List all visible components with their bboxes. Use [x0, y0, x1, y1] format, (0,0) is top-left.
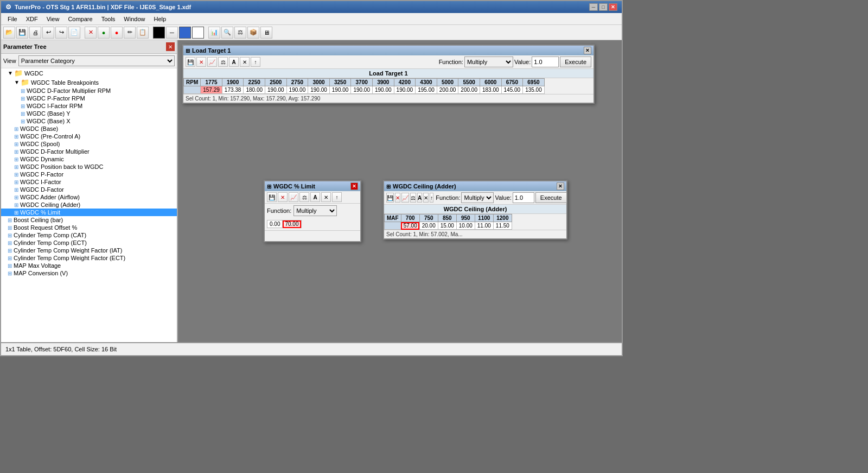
toolbar-redo[interactable]: ↪: [55, 27, 67, 39]
toolbar-clipboard[interactable]: 📋: [137, 27, 149, 39]
toolbar-package[interactable]: 📦: [247, 27, 259, 39]
toolbar-scale[interactable]: ⚖: [234, 27, 246, 39]
toolbar-edit[interactable]: ✏: [124, 27, 136, 39]
lt-font-btn[interactable]: A: [229, 57, 239, 67]
tree-item-i-factor-rpm[interactable]: ⊞ WGDC I-Factor RPM: [1, 102, 177, 110]
toolbar-black[interactable]: [153, 27, 165, 39]
tree-item-d-factor[interactable]: ⊞ WGDC D-Factor: [1, 186, 177, 193]
wgdc-c-arrows[interactable]: ↑: [430, 193, 433, 203]
tree-item-wgdc[interactable]: ▼ 📁 WGDC: [1, 68, 177, 78]
menu-xdf[interactable]: XDF: [22, 15, 42, 23]
cell-10[interactable]: 10.00: [456, 222, 475, 230]
tree-item-breakpoints[interactable]: ▼ 📁 WGDC Table Breakpoints: [1, 78, 177, 87]
tree-item-boost-request[interactable]: ⊞ Boost Request Offset %: [1, 224, 177, 231]
toolbar-go-red[interactable]: ●: [111, 27, 123, 39]
menu-help[interactable]: Help: [149, 15, 170, 23]
cell-190b[interactable]: 190.00: [286, 86, 308, 94]
toolbar-monitor[interactable]: 🖥: [260, 27, 272, 39]
cell-115[interactable]: 11.50: [493, 222, 512, 230]
lt-cancel-btn[interactable]: ✕: [196, 57, 206, 67]
wgdc-pct-arrows[interactable]: ↑: [332, 192, 342, 202]
tree-item-cyl-weight-iat[interactable]: ⊞ Cylinder Temp Comp Weight Factor (IAT): [1, 247, 177, 254]
wgdc-pct-scale[interactable]: ⚖: [299, 192, 309, 202]
wgdc-pct-func-select[interactable]: Multiply: [293, 205, 337, 216]
wgdc-pct-trend[interactable]: 📈: [289, 192, 298, 202]
toolbar-save[interactable]: 💾: [16, 27, 28, 39]
cell-200a[interactable]: 200.00: [437, 86, 458, 94]
tree-item-map-conv[interactable]: ⊞ MAP Conversion (V): [1, 269, 177, 277]
menu-tools[interactable]: Tools: [97, 15, 120, 23]
toolbar-print[interactable]: 🖨: [29, 27, 41, 39]
cell-20[interactable]: 20.00: [419, 222, 438, 230]
lt-x-btn[interactable]: ✕: [240, 57, 250, 67]
cell-0[interactable]: 0.00: [267, 220, 283, 228]
tree-item-adder-airflow[interactable]: ⊞ WGDC Adder (Airflow): [1, 193, 177, 201]
cell-183[interactable]: 183.00: [480, 86, 501, 94]
toolbar-search[interactable]: 🔍: [221, 27, 233, 39]
tree-item-boost-ceiling[interactable]: ⊞ Boost Ceiling (bar): [1, 216, 177, 224]
cell-190g[interactable]: 190.00: [394, 86, 416, 94]
cell-145[interactable]: 145.00: [501, 86, 523, 94]
wgdc-c-func-select[interactable]: Multiply: [461, 192, 494, 203]
toolbar-undo[interactable]: ↩: [42, 27, 54, 39]
menu-file[interactable]: File: [3, 15, 22, 23]
lt-arrows-btn[interactable]: ↑: [251, 57, 260, 67]
cell-15[interactable]: 15.00: [438, 222, 456, 230]
panel-close-button[interactable]: ✕: [166, 42, 175, 51]
cell-70[interactable]: 70.00: [283, 220, 301, 228]
toolbar-cancel[interactable]: ✕: [85, 27, 97, 39]
maximize-button[interactable]: □: [599, 3, 608, 11]
wgdc-c-cancel[interactable]: ✕: [395, 193, 400, 203]
tree-item-ceiling-adder[interactable]: ⊞ WGDC Ceiling (Adder): [1, 201, 177, 209]
cell-190c[interactable]: 190.00: [308, 86, 330, 94]
tree-item-p-factor[interactable]: ⊞ WGDC P-Factor: [1, 171, 177, 178]
wgdc-c-font[interactable]: A: [417, 193, 422, 203]
tree-item-base[interactable]: ⊞ WGDC (Base): [1, 125, 177, 133]
wgdc-c-scale[interactable]: ⚖: [410, 193, 416, 203]
lt-scale-btn[interactable]: ⚖: [218, 57, 228, 67]
minimize-button[interactable]: ─: [589, 3, 598, 11]
lt-save-btn[interactable]: 💾: [186, 57, 195, 67]
tree-item-i-factor[interactable]: ⊞ WGDC I-Factor: [1, 178, 177, 186]
view-select[interactable]: Parameter Category: [18, 55, 175, 66]
cell-180[interactable]: 180.00: [244, 86, 265, 94]
cell-11[interactable]: 11.00: [475, 222, 493, 230]
wgdc-pct-font[interactable]: A: [310, 192, 320, 202]
wgdc-pct-x[interactable]: ✕: [321, 192, 331, 202]
toolbar-bar[interactable]: ─: [166, 27, 178, 39]
toolbar-go-green[interactable]: ●: [98, 27, 110, 39]
toolbar-blue[interactable]: [179, 27, 191, 39]
lt-val-input[interactable]: [532, 56, 559, 67]
wgdc-pct-close[interactable]: ✕: [350, 182, 358, 190]
tree-item-pos-back[interactable]: ⊞ WGDC Position back to WGDC: [1, 163, 177, 171]
wgdc-c-save[interactable]: 💾: [386, 193, 394, 203]
tree-item-p-factor-rpm[interactable]: ⊞ WGDC P-Factor RPM: [1, 94, 177, 102]
menu-view[interactable]: View: [42, 15, 64, 23]
toolbar-white[interactable]: [192, 27, 204, 39]
cell-195[interactable]: 195.00: [416, 86, 437, 94]
tree-item-cyl-temp-cat[interactable]: ⊞ Cylinder Temp Comp (CAT): [1, 231, 177, 239]
cell-190d[interactable]: 190.00: [329, 86, 351, 94]
tree-item-dynamic[interactable]: ⊞ WGDC Dynamic: [1, 155, 177, 163]
cell-200b[interactable]: 200.00: [458, 86, 480, 94]
tree-item-pre-control[interactable]: ⊞ WGDC (Pre-Control A): [1, 133, 177, 140]
toolbar-new[interactable]: 📄: [68, 27, 80, 39]
close-button[interactable]: ✕: [609, 3, 617, 11]
cell-173[interactable]: 173.38: [222, 86, 244, 94]
toolbar-open[interactable]: 📂: [3, 27, 15, 39]
lt-exec-btn[interactable]: Execute: [560, 56, 591, 67]
cell-157[interactable]: 157.29: [201, 86, 222, 94]
cell-57[interactable]: 57.00: [401, 222, 419, 230]
menu-compare[interactable]: Compare: [63, 15, 97, 23]
cell-135[interactable]: 135.00: [523, 86, 545, 94]
wgdc-pct-save[interactable]: 💾: [267, 192, 277, 202]
tree-item-map-max[interactable]: ⊞ MAP Max Voltage: [1, 262, 177, 269]
tree-item-d-factor-rpm[interactable]: ⊞ WGDC D-Factor Multiplier RPM: [1, 87, 177, 94]
tree-item-cyl-weight-ect[interactable]: ⊞ Cylinder Temp Comp Weight Factor (ECT): [1, 254, 177, 262]
tree-item-pct-limit[interactable]: ⊞ WGDC % Limit: [1, 209, 177, 216]
menu-window[interactable]: Window: [119, 15, 149, 23]
lt-trend-btn[interactable]: 📈: [207, 57, 217, 67]
cell-190a[interactable]: 190.00: [265, 86, 287, 94]
wgdc-c-trend[interactable]: 📈: [401, 193, 409, 203]
tree-item-spool[interactable]: ⊞ WGDC (Spool): [1, 140, 177, 148]
